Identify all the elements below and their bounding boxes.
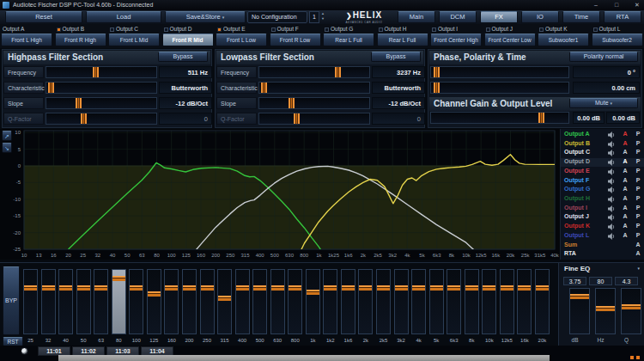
speaker-icon[interactable] xyxy=(608,141,616,148)
eq-band-5k[interactable] xyxy=(429,269,444,334)
amp-toggle[interactable]: A xyxy=(620,195,630,201)
eq-band-handle[interactable] xyxy=(112,276,125,281)
amp-toggle[interactable]: A xyxy=(620,213,630,219)
fine-eq-selector[interactable]: Fine EQ xyxy=(564,265,590,272)
eq-band-25[interactable] xyxy=(23,269,38,334)
lowpass-slope-slider[interactable] xyxy=(258,97,370,109)
phase-toggle[interactable]: P xyxy=(633,149,643,155)
config-count-field[interactable]: 1 xyxy=(309,11,319,23)
eq-band-handle[interactable] xyxy=(536,285,549,291)
fine-eq-handle[interactable] xyxy=(596,306,615,311)
eq-band-handle[interactable] xyxy=(430,285,443,291)
slider-handle[interactable] xyxy=(48,83,54,93)
eq-band-handle[interactable] xyxy=(236,285,249,291)
legend-row-output-f[interactable]: Output FAP xyxy=(561,177,644,186)
channel-indicator[interactable] xyxy=(325,28,329,32)
fine-eq-q-slider[interactable] xyxy=(621,288,641,334)
phase-toggle[interactable]: P xyxy=(633,140,643,146)
eq-band-250[interactable] xyxy=(200,269,215,334)
fine-eq-handle[interactable] xyxy=(570,294,589,299)
config-name-field[interactable]: No Configuration xyxy=(247,11,307,23)
tab-main[interactable]: Main xyxy=(398,11,435,23)
eq-band-2k[interactable] xyxy=(358,269,373,334)
polarity-button[interactable]: Polarity normal xyxy=(569,52,638,62)
speaker-icon[interactable] xyxy=(608,233,616,240)
tab-io[interactable]: IO xyxy=(521,11,559,23)
time-delay-handle[interactable] xyxy=(434,83,440,93)
channel-tab-i[interactable]: Front Center High xyxy=(430,34,482,46)
speaker-icon[interactable] xyxy=(608,223,616,230)
lowpass-qfactor-slider[interactable] xyxy=(258,113,370,125)
amp-toggle[interactable]: A xyxy=(620,205,630,211)
slider-handle[interactable] xyxy=(261,83,267,93)
legend-row-rta[interactable]: RTAA xyxy=(561,250,644,259)
phase-toggle[interactable]: P xyxy=(633,168,643,174)
fine-eq-db-slider[interactable] xyxy=(569,288,590,334)
eq-band-handle[interactable] xyxy=(165,285,178,291)
mute-button[interactable]: Mute ▾ xyxy=(569,98,638,108)
channel-tab-f[interactable]: Front R Low xyxy=(270,34,321,46)
eq-band-handle[interactable] xyxy=(359,285,372,291)
phase-toggle[interactable]: P xyxy=(633,232,643,238)
close-icon[interactable]: ✕ xyxy=(630,1,644,9)
channel-indicator[interactable] xyxy=(110,28,114,32)
highpass-slope-slider[interactable] xyxy=(46,97,157,109)
minimize-icon[interactable]: – xyxy=(589,1,603,9)
lowpass-bypass-button[interactable]: Bypass xyxy=(371,52,421,62)
amp-toggle[interactable]: A xyxy=(620,177,630,183)
eq-band-400[interactable] xyxy=(235,269,250,334)
eq-band-handle[interactable] xyxy=(289,285,301,291)
tab-dcm[interactable]: DCM xyxy=(439,11,477,23)
amp-toggle[interactable]: A xyxy=(620,186,630,192)
eq-band-800[interactable] xyxy=(288,269,302,334)
eq-band-handle[interactable] xyxy=(183,285,196,291)
speaker-icon[interactable] xyxy=(608,187,616,193)
speaker-icon[interactable] xyxy=(608,205,616,212)
channel-active-indicator[interactable] xyxy=(217,28,222,32)
legend-row-output-k[interactable]: Output KAP xyxy=(561,223,644,231)
highpass-characteristic-slider[interactable] xyxy=(46,82,157,94)
amp-toggle[interactable]: A xyxy=(620,149,630,155)
lowpass-frequency-slider[interactable] xyxy=(258,66,370,78)
phase-angle-handle[interactable] xyxy=(434,67,440,77)
eq-band-handle[interactable] xyxy=(24,285,37,291)
slider-handle[interactable] xyxy=(76,98,82,108)
eq-band-handle[interactable] xyxy=(395,285,408,291)
gain-handle[interactable] xyxy=(538,113,544,123)
channel-tab-g[interactable]: Rear L Full xyxy=(323,34,374,46)
tab-fx[interactable]: FX xyxy=(480,11,518,23)
legend-row-output-c[interactable]: Output CAP xyxy=(561,149,644,157)
load-button[interactable]: Load xyxy=(86,11,161,23)
slider-handle[interactable] xyxy=(294,113,300,124)
channel-active-indicator[interactable] xyxy=(57,28,61,32)
speaker-icon[interactable] xyxy=(608,214,616,221)
channel-indicator[interactable] xyxy=(379,28,383,32)
channel-indicator[interactable] xyxy=(593,28,598,32)
channel-tab-l[interactable]: Subwoofer2 xyxy=(592,34,643,46)
eq-band-handle[interactable] xyxy=(342,285,355,291)
eq-band-6k3[interactable] xyxy=(447,269,461,334)
phase-toggle[interactable]: P xyxy=(633,131,643,137)
eq-band-handle[interactable] xyxy=(59,285,72,291)
eq-band-handle[interactable] xyxy=(130,285,143,291)
amp-toggle[interactable]: A xyxy=(620,140,630,146)
eq-band-handle[interactable] xyxy=(412,285,425,291)
eq-band-32[interactable] xyxy=(41,269,56,334)
eq-band-1k2[interactable] xyxy=(323,269,337,334)
channel-tab-a[interactable]: Front L High xyxy=(1,34,52,46)
gain-slider[interactable] xyxy=(430,112,569,124)
highpass-qfactor-slider[interactable] xyxy=(46,113,157,125)
eq-band-12k5[interactable] xyxy=(500,269,514,334)
phase-angle-slider[interactable] xyxy=(430,66,569,78)
eq-band-1k6[interactable] xyxy=(341,269,355,334)
highpass-bypass-button[interactable]: Bypass xyxy=(158,52,208,62)
eq-band-40[interactable] xyxy=(58,269,73,334)
save-store-button[interactable]: Save&Store ▾ xyxy=(165,11,246,23)
eq-band-630[interactable] xyxy=(270,269,285,334)
amp-toggle[interactable]: A xyxy=(620,168,630,174)
speaker-icon[interactable] xyxy=(608,168,616,175)
eq-band-2k5[interactable] xyxy=(376,269,391,334)
eq-band-handle[interactable] xyxy=(201,285,214,291)
eq-bypass-button[interactable]: BYP xyxy=(3,266,20,335)
eq-band-500[interactable] xyxy=(252,269,267,334)
